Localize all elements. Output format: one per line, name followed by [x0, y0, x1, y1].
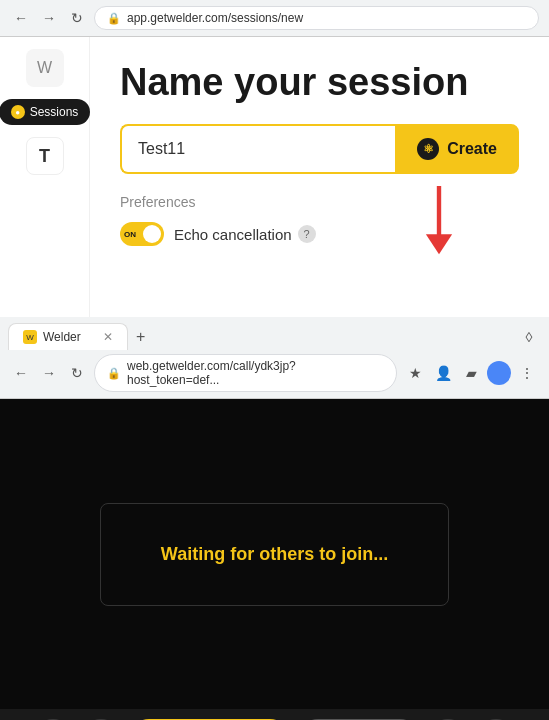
- lock-icon-2: 🔒: [107, 367, 121, 380]
- address-bar-2[interactable]: 🔒 web.getwelder.com/call/ydk3jp?host_tok…: [94, 354, 397, 392]
- create-btn-label: Create: [447, 140, 497, 158]
- browser-actions: ★ 👤 ▰ ⋮: [403, 361, 539, 385]
- tab-label: Welder: [43, 330, 81, 344]
- video-area: Waiting for others to join...: [0, 399, 549, 709]
- logo-letter: W: [37, 59, 52, 77]
- page-title: Name your session: [120, 61, 519, 104]
- browser-nav2: ← → ↻ 🔒 web.getwelder.com/call/ydk3jp?ho…: [0, 350, 549, 398]
- extensions-icon[interactable]: ◊: [517, 325, 541, 349]
- help-icon[interactable]: ?: [298, 225, 316, 243]
- tab-close-button[interactable]: ✕: [103, 330, 113, 344]
- sidebar: W ● Sessions T: [0, 37, 90, 317]
- reload-button[interactable]: ↻: [66, 7, 88, 29]
- create-btn-icon: ⚛: [417, 138, 439, 160]
- user-avatar[interactable]: [487, 361, 511, 385]
- bottom-toolbar: ⧉ 📷 ▮▮ Start recording 👥 o a t recording…: [0, 709, 549, 720]
- address-text: app.getwelder.com/sessions/new: [127, 11, 303, 25]
- puzzle-icon[interactable]: ▰: [459, 361, 483, 385]
- address-bar[interactable]: 🔒 app.getwelder.com/sessions/new: [94, 6, 539, 30]
- session-input-row: ⚛ Create: [120, 124, 519, 174]
- echo-cancellation-label: Echo cancellation ?: [174, 225, 316, 243]
- forward-button-2[interactable]: →: [38, 362, 60, 384]
- sidebar-item-sessions[interactable]: ● Sessions: [0, 99, 90, 125]
- top-browser-chrome: ← → ↻ 🔒 app.getwelder.com/sessions/new: [0, 0, 549, 37]
- app-top-area: W ● Sessions T Name your session ⚛ Creat…: [0, 37, 549, 317]
- new-tab-button[interactable]: +: [128, 324, 153, 350]
- preferences-label: Preferences: [120, 194, 519, 210]
- bottom-browser-chrome: W Welder ✕ + ◊ ← → ↻ 🔒 web.getwelder.com…: [0, 317, 549, 399]
- toggle-knob: [143, 225, 161, 243]
- sidebar-logo: W: [26, 49, 64, 87]
- echo-cancellation-toggle[interactable]: ON: [120, 222, 164, 246]
- toggle-on-label: ON: [124, 230, 136, 239]
- preferences-row: ON Echo cancellation ?: [120, 222, 519, 246]
- create-button[interactable]: ⚛ Create: [395, 124, 519, 174]
- waiting-text: Waiting for others to join...: [161, 544, 388, 565]
- reload-button-2[interactable]: ↻: [66, 362, 88, 384]
- sessions-label: Sessions: [30, 105, 79, 119]
- sessions-dot: ●: [11, 105, 25, 119]
- tab-favicon: W: [23, 330, 37, 344]
- bookmark-icon[interactable]: ★: [403, 361, 427, 385]
- tab-bar: W Welder ✕ + ◊: [0, 317, 549, 350]
- lock-icon: 🔒: [107, 12, 121, 25]
- address-text-2: web.getwelder.com/call/ydk3jp?host_token…: [127, 359, 384, 387]
- back-button[interactable]: ←: [10, 7, 32, 29]
- menu-icon[interactable]: ⋮: [515, 361, 539, 385]
- waiting-box: Waiting for others to join...: [100, 503, 449, 606]
- t-label: T: [39, 146, 50, 167]
- sidebar-item-t[interactable]: T: [26, 137, 64, 175]
- main-content: Name your session ⚛ Create Preferences O…: [90, 37, 549, 317]
- profile-icon[interactable]: 👤: [431, 361, 455, 385]
- forward-button[interactable]: →: [38, 7, 60, 29]
- welder-tab[interactable]: W Welder ✕: [8, 323, 128, 350]
- back-button-2[interactable]: ←: [10, 362, 32, 384]
- session-name-input[interactable]: [120, 124, 395, 174]
